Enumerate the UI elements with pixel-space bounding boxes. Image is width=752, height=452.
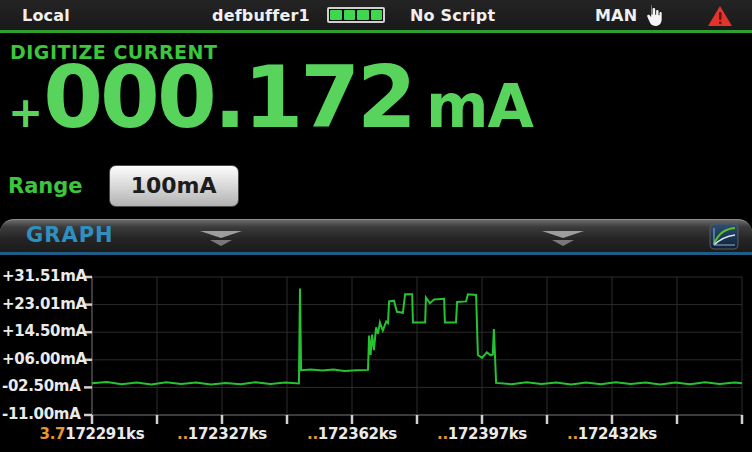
x-tick-value: 172327ks [188, 425, 267, 443]
graph-thumbnail-icon[interactable] [709, 223, 739, 250]
x-tick-label: ..172397ks [412, 425, 552, 443]
reading-digits: 000.172 [43, 52, 414, 142]
x-tick-prefix: .. [567, 425, 578, 443]
y-tick-label: -02.50mA [2, 377, 80, 395]
x-tick-value: 172397ks [448, 425, 527, 443]
green-divider-line [0, 30, 752, 33]
x-tick-prefix: .. [307, 425, 318, 443]
y-tick-label: +14.50mA [2, 322, 80, 340]
y-tick-label: -11.00mA [2, 405, 80, 423]
range-row: Range 100mA [8, 165, 239, 207]
swipe-handle-left-icon[interactable] [199, 231, 243, 246]
status-local[interactable]: Local [22, 6, 70, 25]
x-tick-label: 3.7172291ks [22, 425, 162, 443]
buffer-fill-indicator[interactable] [327, 7, 385, 23]
range-button[interactable]: 100mA [109, 165, 239, 207]
hand-pointer-icon [640, 3, 666, 29]
status-buffer-name[interactable]: defbuffer1 [212, 6, 310, 25]
status-bar: Local defbuffer1 No Script MAN [0, 0, 752, 30]
y-tick-label: +31.51mA [2, 267, 80, 285]
graph-section: +31.51mA+23.01mA+14.50mA+06.00mA-02.50mA… [0, 255, 752, 452]
graph-swipe-bar[interactable]: GRAPH [0, 219, 752, 252]
warning-triangle-icon[interactable] [707, 5, 733, 27]
x-tick-prefix: .. [437, 425, 448, 443]
buffer-segment [344, 10, 356, 20]
x-tick-prefix: 3.7 [40, 425, 66, 443]
y-tick-label: +06.00mA [2, 350, 80, 368]
buffer-segment [371, 10, 383, 20]
x-tick-prefix: .. [177, 425, 188, 443]
x-tick-label: ..172432ks [542, 425, 682, 443]
x-tick-value: 172362ks [318, 425, 397, 443]
x-tick-label: ..172327ks [152, 425, 292, 443]
instrument-screen: Local defbuffer1 No Script MAN DIGITIZE … [0, 0, 752, 452]
x-tick-label: ..172362ks [282, 425, 422, 443]
range-label: Range [8, 174, 83, 198]
graph-plot[interactable] [84, 271, 752, 431]
buffer-segment [330, 10, 342, 20]
status-script[interactable]: No Script [410, 6, 495, 25]
reading-unit: mA [426, 71, 533, 141]
status-trigger-mode[interactable]: MAN [595, 6, 637, 25]
swipe-handle-right-icon[interactable] [541, 231, 585, 246]
graph-panel-title: GRAPH [26, 223, 114, 247]
reading-sign: + [8, 88, 43, 137]
main-reading: + 000.172 mA [8, 52, 533, 142]
x-tick-value: 172432ks [578, 425, 657, 443]
x-tick-value: 172291ks [65, 425, 144, 443]
buffer-segment [357, 10, 369, 20]
y-tick-label: +23.01mA [2, 295, 80, 313]
